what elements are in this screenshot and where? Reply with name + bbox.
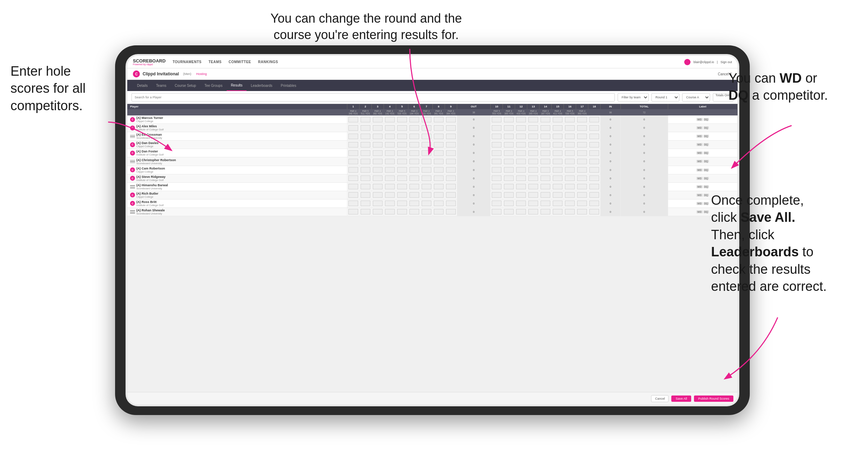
score-input-h1[interactable] <box>348 192 358 198</box>
score-input-h12[interactable] <box>516 175 526 181</box>
score-cell-h17[interactable] <box>576 191 588 199</box>
score-cell-h18[interactable] <box>588 174 601 182</box>
score-cell-h17[interactable] <box>576 199 588 208</box>
score-input-h17[interactable] <box>577 167 587 173</box>
score-cell-h17[interactable] <box>576 208 588 216</box>
score-cell-h14[interactable] <box>539 182 552 191</box>
dq-button[interactable]: DQ <box>703 126 709 129</box>
score-input-h11[interactable] <box>504 150 514 156</box>
score-cell-h15[interactable] <box>552 115 564 124</box>
dq-button[interactable]: DQ <box>703 160 709 163</box>
score-input-h4[interactable] <box>385 150 395 156</box>
dq-button[interactable]: DQ <box>703 118 709 121</box>
score-cell-h8[interactable] <box>432 174 445 182</box>
score-cell-h2[interactable] <box>359 141 371 149</box>
score-cell-h6[interactable] <box>408 199 420 208</box>
score-cell-h7[interactable] <box>420 182 432 191</box>
score-cell-h8[interactable] <box>432 199 445 208</box>
score-cell-h3[interactable] <box>371 199 384 208</box>
score-cell-h15[interactable] <box>552 157 564 166</box>
score-cell-h10[interactable] <box>491 157 503 166</box>
score-cell-h17[interactable] <box>576 149 588 157</box>
score-cell-h11[interactable] <box>503 208 515 216</box>
score-input-h10[interactable] <box>492 192 501 198</box>
score-cell-h16[interactable] <box>564 157 576 166</box>
score-cell-h2[interactable] <box>359 174 371 182</box>
score-input-h2[interactable] <box>361 134 370 139</box>
score-cell-h13[interactable] <box>527 132 539 141</box>
score-input-h8[interactable] <box>434 142 444 148</box>
score-input-h10[interactable] <box>492 184 501 189</box>
score-input-h18[interactable] <box>589 184 599 189</box>
score-cell-h8[interactable] <box>432 166 445 174</box>
score-cell-h5[interactable] <box>396 115 408 124</box>
score-cell-h2[interactable] <box>359 124 371 132</box>
score-cell-h9[interactable] <box>445 166 457 174</box>
course-select[interactable]: Course A <box>682 93 710 101</box>
score-cell-h12[interactable] <box>515 141 527 149</box>
score-cell-h7[interactable] <box>420 199 432 208</box>
score-cell-h13[interactable] <box>527 149 539 157</box>
score-input-h1[interactable] <box>348 142 358 148</box>
score-input-h8[interactable] <box>434 134 444 139</box>
score-input-h4[interactable] <box>385 175 395 181</box>
score-cell-h6[interactable] <box>408 149 420 157</box>
score-cell-h1[interactable] <box>347 199 359 208</box>
score-input-h7[interactable] <box>422 159 431 164</box>
tab-teams[interactable]: Teams <box>152 80 171 91</box>
score-cell-h15[interactable] <box>552 182 564 191</box>
score-cell-h5[interactable] <box>396 141 408 149</box>
score-cell-h1[interactable] <box>347 115 359 124</box>
score-input-h3[interactable] <box>373 184 383 189</box>
score-cell-h9[interactable] <box>445 191 457 199</box>
score-cell-h6[interactable] <box>408 174 420 182</box>
score-input-h4[interactable] <box>385 142 395 148</box>
score-cell-h10[interactable] <box>491 141 503 149</box>
score-input-h7[interactable] <box>422 167 431 173</box>
score-input-h18[interactable] <box>589 117 599 122</box>
score-cell-h12[interactable] <box>515 149 527 157</box>
score-input-h16[interactable] <box>565 184 575 189</box>
dq-button[interactable]: DQ <box>703 168 709 172</box>
score-cell-h16[interactable] <box>564 182 576 191</box>
score-input-h13[interactable] <box>528 175 538 181</box>
score-cell-h18[interactable] <box>588 115 601 124</box>
score-cell-h14[interactable] <box>539 208 552 216</box>
score-input-h11[interactable] <box>504 201 514 206</box>
score-input-h14[interactable] <box>541 125 550 131</box>
score-input-h14[interactable] <box>541 167 550 173</box>
score-input-h17[interactable] <box>577 175 587 181</box>
score-input-h15[interactable] <box>553 167 563 173</box>
score-input-h16[interactable] <box>565 209 575 214</box>
score-cell-h1[interactable] <box>347 157 359 166</box>
score-input-h3[interactable] <box>373 159 383 164</box>
score-input-h16[interactable] <box>565 142 575 148</box>
score-input-h2[interactable] <box>361 184 370 189</box>
score-input-h16[interactable] <box>565 175 575 181</box>
score-cell-h10[interactable] <box>491 166 503 174</box>
score-input-h1[interactable] <box>348 125 358 131</box>
score-cell-h13[interactable] <box>527 115 539 124</box>
score-cell-h6[interactable] <box>408 166 420 174</box>
score-cell-h13[interactable] <box>527 166 539 174</box>
score-input-h6[interactable] <box>409 192 419 198</box>
score-input-h17[interactable] <box>577 201 587 206</box>
score-cell-h9[interactable] <box>445 208 457 216</box>
score-input-h12[interactable] <box>516 159 526 164</box>
dq-button[interactable]: DQ <box>703 210 709 213</box>
score-input-h11[interactable] <box>504 117 514 122</box>
score-cell-h4[interactable] <box>384 182 396 191</box>
score-cell-h16[interactable] <box>564 199 576 208</box>
score-input-h13[interactable] <box>528 201 538 206</box>
score-input-h10[interactable] <box>492 167 501 173</box>
score-input-h3[interactable] <box>373 192 383 198</box>
wd-button[interactable]: WD <box>696 118 703 121</box>
score-input-h16[interactable] <box>565 117 575 122</box>
score-input-h10[interactable] <box>492 201 501 206</box>
score-input-h8[interactable] <box>434 201 444 206</box>
score-cell-h11[interactable] <box>503 115 515 124</box>
wd-button[interactable]: WD <box>696 135 703 138</box>
wd-button[interactable]: WD <box>696 185 703 188</box>
score-input-h13[interactable] <box>528 125 538 131</box>
score-cell-h5[interactable] <box>396 199 408 208</box>
